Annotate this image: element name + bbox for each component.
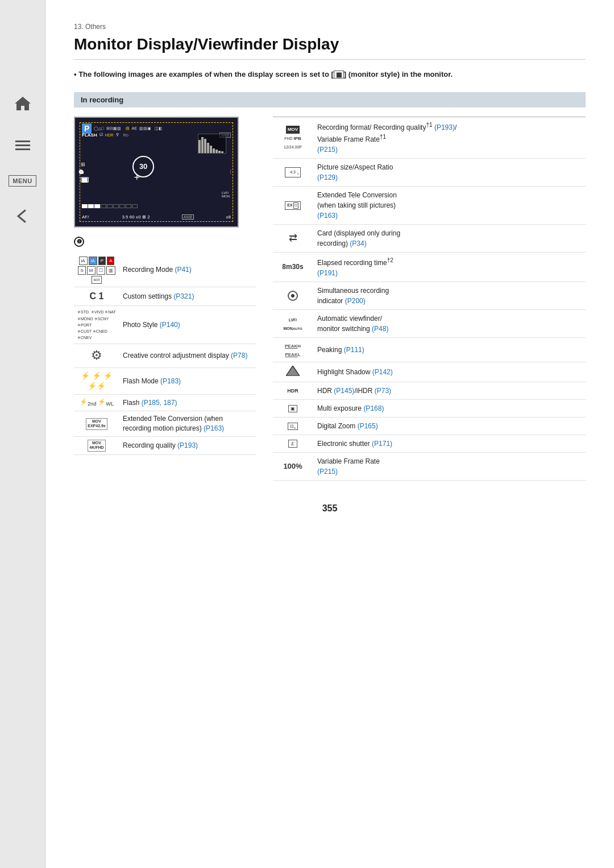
content-columns: P ◯△□ ⊞⊟▦▧ 曲 AE ▥▤▣ ◫◧ FLASH ☑ HDR ⚲ Ro …	[74, 117, 586, 481]
desc-cell-card: Card (displayed only during recording) (…	[313, 224, 586, 252]
desc-cell-multi-exposure: Multi exposure (P168)	[313, 399, 586, 417]
icon-cell-auto-viewfinder: LVF/MONAUTO	[273, 309, 313, 337]
desc-cell-electronic-shutter: Electronic shutter (P171)	[313, 435, 586, 452]
left-icon-table: iA iA P A S M ☐ ▥ scn	[74, 254, 256, 455]
svg-marker-12	[286, 366, 300, 376]
icon-cell-ext-tele-still: EX ⊡	[273, 186, 313, 224]
svg-rect-1	[15, 144, 30, 146]
icon-cell-recording-mode: iA iA P A S M ☐ ▥ scn	[74, 254, 119, 287]
svg-rect-3	[198, 140, 201, 153]
table-row: ⚡2nd ⚡WL Flash (P185, 187)	[74, 395, 256, 411]
table-row: MOVEXP42.9x Extended Tele Conversion (wh…	[74, 411, 256, 437]
right-column: MOV FHD IPB 12/24.00P Recording format/ …	[273, 117, 586, 481]
table-row: MOV4K/FHD Recording quality (P193)	[74, 437, 256, 455]
icon-cell-simultaneous: ●	[273, 282, 313, 309]
desc-cell-simultaneous: Simultaneous recording indicator (P200)	[313, 282, 586, 309]
table-row: E Electronic shutter (P171)	[273, 435, 586, 452]
svg-rect-8	[213, 148, 215, 153]
table-row: Highlight Shadow (P142)	[273, 362, 586, 382]
icon-cell-flash: ⚡2nd ⚡WL	[74, 395, 119, 411]
icon-cell-elapsed: 8m30s	[273, 252, 313, 282]
desc-cell-hdr: HDR (P145)/iHDR (P73)	[313, 382, 586, 399]
svg-rect-5	[204, 139, 206, 153]
desc-cell-photo-style: Photo Style (P140)	[119, 306, 256, 344]
home-icon[interactable]	[10, 91, 35, 116]
icon-cell-highlight-shadow	[273, 362, 313, 382]
desc-cell-creative: Creative control adjustment display (P78…	[119, 344, 256, 368]
desc-cell-ext-tele-still: Extended Tele Conversion (when taking st…	[313, 186, 586, 224]
page-number: 355	[74, 503, 586, 514]
bullet-number: ❶	[74, 237, 84, 247]
desc-cell-auto-viewfinder: Automatic viewfinder/ monitor switching …	[313, 309, 586, 337]
icon-cell-creative: ⚙	[74, 344, 119, 368]
svg-rect-6	[207, 143, 209, 153]
svg-rect-7	[210, 146, 212, 153]
svg-rect-2	[15, 148, 30, 150]
table-row: 4:3 L Picture size/Aspect Ratio (P129)	[273, 158, 586, 186]
right-icon-table: MOV FHD IPB 12/24.00P Recording format/ …	[273, 117, 586, 481]
svg-rect-9	[215, 150, 218, 153]
desc-cell-recording-format: Recording format/ Recording quality†1 (P…	[313, 117, 586, 158]
icon-cell-peaking: PEAKH PEAKL	[273, 337, 313, 362]
desc-cell-picture-size: Picture size/Aspect Ratio (P129)	[313, 158, 586, 186]
icon-cell-photo-style: ✳STD. ✳VIVD ✳NAT ✳MONO ✳SCNY ✳PORT ✳CUST…	[74, 306, 119, 344]
table-row: ▣ Multi exposure (P168)	[273, 399, 586, 417]
table-row: HDR HDR (P145)/iHDR (P73)	[273, 382, 586, 399]
desc-cell-ext-tele-motion: Extended Tele Conversion (when recording…	[119, 411, 256, 437]
icon-cell-ext-tele-motion: MOVEXP42.9x	[74, 411, 119, 437]
table-row: 8m30s Elapsed recording time†2 (P191)	[273, 252, 586, 282]
desc-cell-highlight-shadow: Highlight Shadow (P142)	[313, 362, 586, 382]
camera-display: P ◯△□ ⊞⊟▦▧ 曲 AE ▥▤▣ ◫◧ FLASH ☑ HDR ⚲ Ro …	[74, 117, 239, 228]
icon-cell-card: ⇄	[273, 224, 313, 252]
table-row: ⚙ Creative control adjustment display (P…	[74, 344, 256, 368]
intro-text: • The following images are examples of w…	[74, 69, 586, 81]
desc-cell-peaking: Peaking (P111)	[313, 337, 586, 362]
svg-rect-10	[218, 151, 221, 153]
table-row: EX ⊡ Extended Tele Conversion (when taki…	[273, 186, 586, 224]
table-row: iA iA P A S M ☐ ▥ scn	[74, 254, 256, 287]
section-header-recording: In recording	[74, 92, 586, 108]
desc-cell-digital-zoom: Digital Zoom (P165)	[313, 417, 586, 435]
table-row: ⊡+ Digital Zoom (P165)	[273, 417, 586, 435]
desc-cell-elapsed: Elapsed recording time†2 (P191)	[313, 252, 586, 282]
left-column: P ◯△□ ⊞⊟▦▧ 曲 AE ▥▤▣ ◫◧ FLASH ☑ HDR ⚲ Ro …	[74, 117, 256, 481]
icon-cell-digital-zoom: ⊡+	[273, 417, 313, 435]
icon-cell-flash-mode: ⚡ ⚡ ⚡ ⚡⚡	[74, 368, 119, 395]
table-row: ⇄ Card (displayed only during recording)…	[273, 224, 586, 252]
desc-cell-variable-frame: Variable Frame Rate (P215)	[313, 452, 586, 480]
svg-rect-4	[201, 137, 204, 153]
icon-cell-hdr: HDR	[273, 382, 313, 399]
table-row: ✳STD. ✳VIVD ✳NAT ✳MONO ✳SCNY ✳PORT ✳CUST…	[74, 306, 256, 344]
table-row: LVF/MONAUTO Automatic viewfinder/ monito…	[273, 309, 586, 337]
icon-cell-multi-exposure: ▣	[273, 399, 313, 417]
desc-cell-flash-mode: Flash Mode (P183)	[119, 368, 256, 395]
svg-rect-11	[221, 151, 223, 153]
menu-button[interactable]: MENU	[9, 175, 36, 187]
icon-cell-picture-size: 4:3 L	[273, 158, 313, 186]
table-row: PEAKH PEAKL Peaking (P111)	[273, 337, 586, 362]
table-row: C 1 Custom settings (P321)	[74, 287, 256, 305]
histogram	[198, 134, 226, 154]
sidebar: MENU	[0, 0, 45, 868]
page-title: Monitor Display/Viewfinder Display	[74, 35, 586, 60]
table-row: MOV FHD IPB 12/24.00P Recording format/ …	[273, 117, 586, 158]
icon-cell-recording-format: MOV FHD IPB 12/24.00P	[273, 117, 313, 158]
desc-cell-recording-mode: Recording Mode (P41)	[119, 254, 256, 287]
icon-cell-custom: C 1	[74, 287, 119, 305]
svg-rect-0	[15, 140, 30, 142]
menu-list-icon[interactable]	[10, 133, 35, 158]
desc-cell-rec-qual: Recording quality (P193)	[119, 437, 256, 455]
icon-cell-electronic-shutter: E	[273, 435, 313, 452]
icon-cell-rec-qual: MOV4K/FHD	[74, 437, 119, 455]
desc-cell-custom: Custom settings (P321)	[119, 287, 256, 305]
icon-cell-variable-frame: 100%	[273, 452, 313, 480]
table-row: ● Simultaneous recording indicator (P200…	[273, 282, 586, 309]
desc-cell-flash: Flash (P185, 187)	[119, 395, 256, 411]
table-row: 100% Variable Frame Rate (P215)	[273, 452, 586, 480]
breadcrumb: 13. Others	[74, 23, 586, 31]
main-content: 13. Others Monitor Display/Viewfinder Di…	[45, 0, 614, 868]
back-icon[interactable]	[10, 204, 35, 229]
camera-bullet: ❶	[78, 169, 84, 175]
table-row: ⚡ ⚡ ⚡ ⚡⚡ Flash Mode (P183)	[74, 368, 256, 395]
